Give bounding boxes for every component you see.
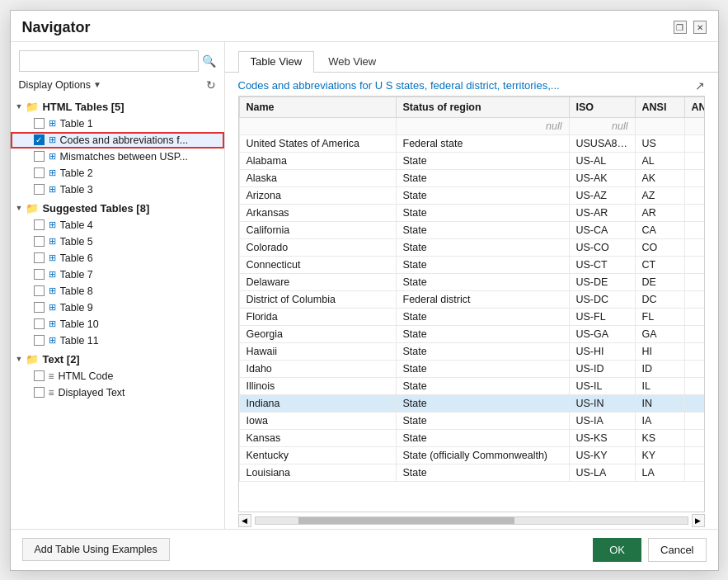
ok-button[interactable]: OK <box>593 538 641 562</box>
checkbox-table6[interactable] <box>34 252 45 263</box>
scroll-left-button[interactable]: ◀ <box>238 514 251 527</box>
checkbox-table4[interactable] <box>34 219 45 230</box>
tab-table-view[interactable]: Table View <box>238 51 315 73</box>
table-row[interactable]: HawaiiStateUS-HIHI <box>239 342 704 360</box>
col-header-iso: ISO <box>569 97 635 117</box>
table-row[interactable]: ColoradoStateUS-COCO <box>239 238 704 256</box>
checkbox-table10[interactable] <box>34 318 45 329</box>
table-scroll-wrapper[interactable]: NameStatus of regionISOANSIANSI_1nullnul… <box>239 97 704 512</box>
table-row[interactable]: FloridaStateUS-FLFL <box>239 308 704 325</box>
cell-name-5: California <box>239 221 396 238</box>
table-icon: ⊞ <box>49 236 56 247</box>
table-row[interactable]: AlaskaStateUS-AKAK <box>239 169 704 186</box>
checkbox-displayed-text[interactable] <box>34 387 45 398</box>
table-row[interactable]: ArizonaStateUS-AZAZ <box>239 186 704 204</box>
tabs-row: Table ViewWeb View <box>225 50 718 73</box>
cell-ansi-10: FL <box>635 308 684 325</box>
cell-name-8: Delaware <box>239 273 396 290</box>
sidebar-item-codes-abbr[interactable]: ✓ ⊞ Codes and abbreviations f... <box>11 132 224 149</box>
scroll-right-button[interactable]: ▶ <box>692 514 705 527</box>
cell-ansi1-17 <box>684 429 704 446</box>
restore-button[interactable]: ❒ <box>674 21 687 34</box>
sidebar-item-table2[interactable]: ⊞ Table 2 <box>11 165 224 182</box>
chevron-icon: ▼ <box>16 102 23 111</box>
refresh-icon[interactable]: ↻ <box>206 78 216 92</box>
table-row[interactable]: IndianaStateUS-ININ <box>239 394 704 412</box>
table-row[interactable]: AlabamaStateUS-ALAL <box>239 152 704 169</box>
tree-group-header-suggested-tables[interactable]: ▼📁Suggested Tables [8] <box>11 200 224 217</box>
display-options-button[interactable]: Display Options ▼ <box>19 79 101 91</box>
sidebar-item-table11[interactable]: ⊞ Table 11 <box>11 332 224 349</box>
table-row[interactable]: United States of AmericaFederal stateUSU… <box>239 134 704 152</box>
col-header-status: Status of region <box>396 97 569 117</box>
cell-name-10: Florida <box>239 308 396 325</box>
sidebar-item-displayed-text[interactable]: ≡ Displayed Text <box>11 384 224 401</box>
search-input[interactable] <box>19 50 199 72</box>
checkbox-codes-abbr[interactable]: ✓ <box>34 134 45 145</box>
sidebar-item-table10[interactable]: ⊞ Table 10 <box>11 316 224 332</box>
table-row[interactable]: IowaStateUS-IAIA <box>239 412 704 429</box>
cell-status-7: State <box>396 256 569 273</box>
table-row[interactable]: GeorgiaStateUS-GAGA <box>239 325 704 342</box>
cell-iso-18: US-KY <box>569 446 635 464</box>
add-table-button[interactable]: Add Table Using Examples <box>22 538 170 561</box>
item-label-table10: Table 10 <box>60 318 99 330</box>
cell-ansi1-11 <box>684 325 704 342</box>
sidebar-item-table8[interactable]: ⊞ Table 8 <box>11 283 224 299</box>
cell-iso-10: US-FL <box>569 308 635 325</box>
sidebar-item-table3[interactable]: ⊞ Table 3 <box>11 182 224 198</box>
table-row[interactable]: ArkansasStateUS-ARAR <box>239 204 704 221</box>
checkbox-table3[interactable] <box>34 184 45 195</box>
cell-status-18: State (officially Commonwealth) <box>396 446 569 464</box>
cell-iso-3: US-AZ <box>569 186 635 204</box>
tree-group-header-html-tables[interactable]: ▼📁HTML Tables [5] <box>11 98 224 116</box>
table-row[interactable]: KentuckyState (officially Commonwealth)U… <box>239 446 704 464</box>
table-row[interactable]: District of ColumbiaFederal districtUS-D… <box>239 290 704 308</box>
sidebar-item-table5[interactable]: ⊞ Table 5 <box>11 233 224 250</box>
sidebar-item-html-code[interactable]: ≡ HTML Code <box>11 368 224 384</box>
cell-status-12: State <box>396 342 569 360</box>
checkbox-table11[interactable] <box>34 335 45 346</box>
table-row[interactable]: DelawareStateUS-DEDE <box>239 273 704 290</box>
scrollbar-track[interactable] <box>255 516 688 525</box>
sidebar-item-mismatches[interactable]: ⊞ Mismatches between USP... <box>11 149 224 165</box>
checkbox-table8[interactable] <box>34 285 45 296</box>
cell-ansi1-12 <box>684 342 704 360</box>
cell-iso-17: US-KS <box>569 429 635 446</box>
checkbox-table7[interactable] <box>34 269 45 280</box>
checkbox-table9[interactable] <box>34 302 45 313</box>
scrollbar-thumb <box>298 517 514 524</box>
table-row[interactable]: LouisianaStateUS-LALA <box>239 464 704 481</box>
table-icon: ⊞ <box>49 302 56 313</box>
table-row[interactable]: CaliforniaStateUS-CACA <box>239 221 704 238</box>
table-row[interactable]: IllinoisStateUS-ILIL <box>239 377 704 394</box>
checkbox-table5[interactable] <box>34 236 45 247</box>
export-icon[interactable]: ↗ <box>695 79 705 92</box>
item-label-table9: Table 9 <box>60 302 93 314</box>
table-icon: ⊞ <box>49 318 56 329</box>
cell-ansi1-3 <box>684 186 704 204</box>
sidebar-item-table7[interactable]: ⊞ Table 7 <box>11 266 224 283</box>
checkbox-html-code[interactable] <box>34 370 45 381</box>
table-row[interactable]: KansasStateUS-KSKS <box>239 429 704 446</box>
sidebar-item-table9[interactable]: ⊞ Table 9 <box>11 299 224 316</box>
cell-iso-0: USUSA840 <box>569 134 635 152</box>
table-row[interactable]: ConnecticutStateUS-CTCT <box>239 256 704 273</box>
search-icon[interactable]: 🔍 <box>202 54 216 68</box>
cell-status-1: State <box>396 152 569 169</box>
sidebar-item-table1[interactable]: ⊞ Table 1 <box>11 116 224 132</box>
close-button[interactable]: ✕ <box>693 21 707 34</box>
cancel-button[interactable]: Cancel <box>648 538 706 562</box>
cell-status-9: Federal district <box>396 290 569 308</box>
cell-iso-11: US-GA <box>569 325 635 342</box>
footer-right: OK Cancel <box>593 538 706 562</box>
sidebar-item-table4[interactable]: ⊞ Table 4 <box>11 217 224 233</box>
table-row[interactable]: IdahoStateUS-IDID <box>239 360 704 377</box>
checkbox-table1[interactable] <box>34 118 45 129</box>
sidebar-item-table6[interactable]: ⊞ Table 6 <box>11 250 224 266</box>
checkbox-mismatches[interactable] <box>34 151 45 162</box>
checkbox-table2[interactable] <box>34 167 45 178</box>
item-label-table3: Table 3 <box>60 184 93 196</box>
tab-web-view[interactable]: Web View <box>316 51 388 73</box>
tree-group-header-text[interactable]: ▼📁Text [2] <box>11 351 224 368</box>
